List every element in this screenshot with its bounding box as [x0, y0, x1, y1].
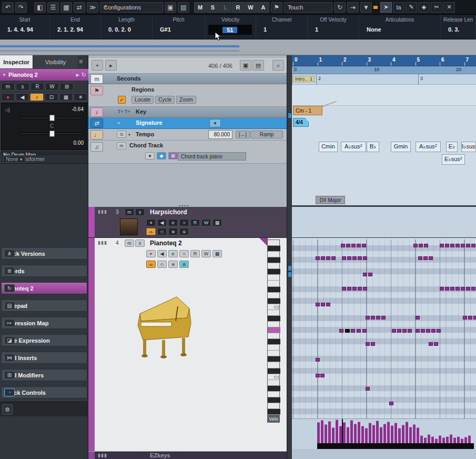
- velocity-bar[interactable]: [420, 435, 423, 443]
- info-field-value[interactable]: 1: [264, 26, 267, 33]
- regions-track-row[interactable]: ⚑ Regions ✓ LocateCycleZoom: [88, 84, 287, 107]
- tab-visibility[interactable]: Visibility: [33, 55, 78, 68]
- read-button[interactable]: R: [190, 219, 200, 226]
- grid-button[interactable]: ⊞: [60, 83, 74, 91]
- drag-handle-icon[interactable]: ▮▮▮: [98, 209, 107, 214]
- black-key[interactable]: [268, 339, 280, 345]
- midi-note[interactable]: [351, 329, 355, 333]
- midi-note[interactable]: [466, 244, 470, 247]
- list-icon[interactable]: ▤: [178, 2, 189, 13]
- midi-note[interactable]: [366, 387, 370, 391]
- swap-icon[interactable]: ⇄: [74, 2, 85, 13]
- midi-note[interactable]: [357, 329, 361, 333]
- autoscroll-button[interactable]: ⚑: [271, 2, 282, 13]
- edit-in-place-button[interactable]: ⊜: [179, 261, 189, 268]
- chord-adaptive-button[interactable]: ◆: [157, 152, 166, 159]
- scale-label[interactable]: D# Major: [316, 196, 345, 204]
- object-select-tool[interactable]: ➤: [380, 2, 392, 13]
- velocity-bar[interactable]: [442, 437, 445, 443]
- track-color-strip[interactable]: [88, 207, 95, 237]
- solo-button[interactable]: s: [16, 83, 29, 91]
- midi-note[interactable]: [321, 303, 325, 306]
- monitor-button[interactable]: ◀: [157, 219, 167, 226]
- regions-checkbox[interactable]: ✓: [118, 96, 126, 104]
- velocity-bar[interactable]: [424, 437, 427, 443]
- input-transformer-row[interactable]: Input Transformer None ▾: [1, 155, 87, 164]
- info-field-value[interactable]: 1: [315, 26, 318, 33]
- midi-note[interactable]: [316, 256, 320, 260]
- velocity-bar[interactable]: [328, 421, 331, 443]
- midi-note[interactable]: [389, 402, 393, 405]
- white-key[interactable]: [268, 252, 280, 257]
- velocity-bar[interactable]: [413, 424, 416, 443]
- midi-note[interactable]: [392, 329, 396, 333]
- midi-note[interactable]: [316, 303, 320, 306]
- velocity-bar[interactable]: [321, 420, 323, 443]
- info-field-value[interactable]: 0. 0. 2. 0: [108, 26, 131, 33]
- skip-icon[interactable]: ≫: [87, 2, 98, 13]
- velocity-bar[interactable]: [376, 421, 379, 443]
- midi-note[interactable]: [431, 329, 436, 333]
- white-key[interactable]: [268, 345, 280, 351]
- erase-tool[interactable]: ◈: [418, 2, 430, 13]
- monitor-button[interactable]: ◀: [157, 250, 167, 257]
- midi-note[interactable]: [445, 287, 449, 291]
- quick-controls-icon[interactable]: ◔: [4, 388, 15, 396]
- chord-event[interactable]: B♭sus2: [461, 142, 476, 152]
- mixer-icon[interactable]: ▦: [60, 2, 72, 13]
- velocity-bar[interactable]: [428, 434, 430, 443]
- midi-note[interactable]: [358, 256, 362, 260]
- track-row-pianoteq[interactable]: ▮▮▮ 4 m s Pianoteq 2 ●◀e⌗RW▦ -o-◇⊕⊜: [88, 238, 287, 452]
- velocity-bar[interactable]: [446, 436, 449, 443]
- midi-note[interactable]: [437, 329, 441, 333]
- black-key[interactable]: [268, 327, 280, 333]
- track-versions-icon[interactable]: ⋔: [4, 250, 15, 257]
- midi-note[interactable]: [429, 342, 433, 346]
- velocity-bar[interactable]: [372, 425, 375, 443]
- white-key[interactable]: [268, 362, 280, 368]
- midi-note[interactable]: [419, 244, 423, 247]
- black-key[interactable]: [268, 368, 280, 374]
- chord-mute-button[interactable]: m: [117, 142, 126, 149]
- info-field-value[interactable]: 1. 4. 4. 94: [7, 26, 33, 33]
- event-display[interactable]: 01234567 01020 Intro... 123 Cm - 1 4/4 C…: [292, 55, 476, 459]
- inspector-menu-icon[interactable]: ≡: [79, 58, 83, 65]
- mute-button[interactable]: m: [125, 208, 134, 216]
- ruler-seconds[interactable]: 01020: [292, 66, 476, 74]
- overview-range-bar[interactable]: [0, 45, 239, 47]
- overview-strip[interactable]: [0, 39, 476, 55]
- midi-note[interactable]: [371, 342, 375, 346]
- inspector-section-note-expression[interactable]: ▶Note Expression◪: [1, 334, 87, 346]
- velocity-bar[interactable]: [406, 422, 408, 443]
- ruler-format-icon[interactable]: m: [90, 74, 103, 84]
- chord-event[interactable]: A♭sus2: [341, 142, 366, 152]
- expand-lanes-button[interactable]: ⊕: [168, 228, 178, 235]
- mode-button-a[interactable]: A: [257, 2, 269, 13]
- midi-note[interactable]: [320, 374, 325, 377]
- white-key[interactable]: [268, 240, 280, 246]
- camera-icon[interactable]: ▣: [165, 2, 176, 13]
- setup-icon[interactable]: ◧: [34, 2, 46, 13]
- midi-note[interactable]: [440, 244, 444, 247]
- velocity-bar[interactable]: [461, 438, 463, 443]
- chords-icon[interactable]: ≣: [4, 267, 15, 275]
- chord-voicing-button[interactable]: ⊞: [168, 152, 178, 159]
- direct-routing-button[interactable]: ◇: [157, 261, 167, 268]
- info-field-value[interactable]: G#1: [160, 26, 171, 33]
- velocity-bar[interactable]: [325, 424, 327, 443]
- midi-note[interactable]: [440, 287, 444, 291]
- midi-note[interactable]: [342, 287, 346, 291]
- regions-button-locate[interactable]: Locate: [131, 96, 154, 104]
- white-key[interactable]: [268, 281, 280, 286]
- velocity-bar[interactable]: [402, 425, 404, 443]
- velocity-bar[interactable]: [343, 422, 346, 443]
- chord-event[interactable]: Cmin: [319, 142, 338, 152]
- track-color-strip[interactable]: [88, 238, 95, 451]
- velocity-bar[interactable]: [394, 423, 397, 443]
- insert-mode-icon[interactable]: ⇥: [347, 2, 359, 13]
- range-select-tool[interactable]: Ia: [393, 2, 404, 13]
- white-key[interactable]: [268, 333, 280, 339]
- note-expression-icon[interactable]: ◪: [4, 336, 15, 344]
- regions-button-cycle[interactable]: Cycle: [155, 96, 175, 104]
- configurations-dropdown[interactable]: Configurations ▼: [100, 2, 163, 13]
